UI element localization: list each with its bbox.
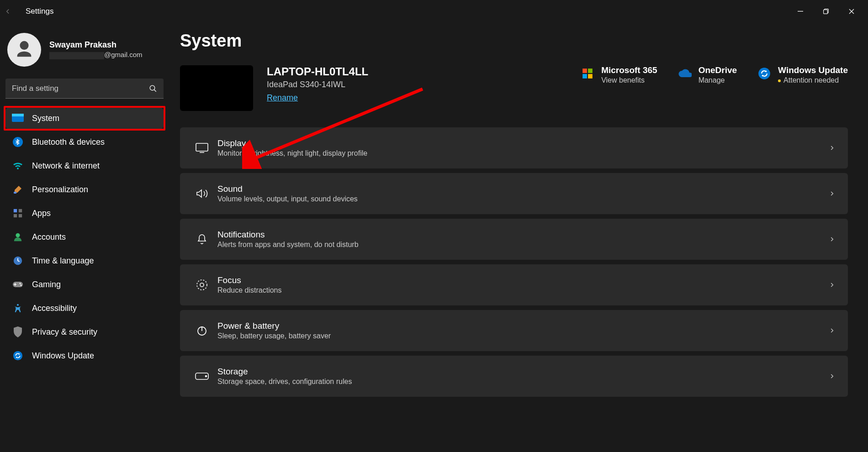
sidebar-item-personalization[interactable]: Personalization — [5, 179, 164, 200]
card-title: Notifications — [217, 230, 829, 240]
maximize-button[interactable] — [813, 2, 839, 21]
card-title: Focus — [217, 275, 829, 285]
window-title: Settings — [24, 7, 53, 16]
svg-rect-8 — [14, 209, 17, 212]
svg-rect-20 — [588, 68, 593, 73]
sidebar-item-label: Personalization — [32, 185, 88, 194]
svg-rect-24 — [196, 143, 208, 151]
device-thumbnail — [180, 65, 253, 111]
sidebar-item-accessibility[interactable]: Accessibility — [5, 298, 164, 319]
quick-link-title: Microsoft 365 — [601, 65, 657, 75]
svg-point-26 — [200, 283, 204, 287]
card-title: Sound — [217, 184, 829, 194]
quick-links: Microsoft 365 View benefits OneDrive Man… — [580, 65, 848, 84]
chevron-right-icon — [829, 373, 835, 379]
sidebar-nav: System Bluetooth & devices Network & int… — [5, 108, 164, 366]
svg-point-17 — [17, 304, 19, 306]
shield-icon — [12, 326, 24, 338]
bluetooth-icon — [12, 136, 24, 148]
sidebar: Swayam Prakash @gmail.com System — [0, 23, 169, 452]
svg-point-12 — [16, 233, 20, 237]
card-sub: Reduce distractions — [217, 286, 829, 294]
onedrive-icon — [677, 66, 692, 81]
system-icon — [12, 112, 24, 124]
svg-point-23 — [758, 68, 770, 79]
quick-link-title: OneDrive — [699, 65, 737, 75]
card-storage[interactable]: Storage Storage space, drives, configura… — [180, 356, 848, 397]
quick-link-title: Windows Update — [778, 65, 848, 75]
search-icon — [149, 84, 157, 93]
profile-block[interactable]: Swayam Prakash @gmail.com — [5, 30, 164, 77]
svg-rect-22 — [588, 74, 593, 79]
search-input[interactable] — [12, 84, 143, 93]
chevron-right-icon — [829, 282, 835, 288]
svg-rect-9 — [19, 209, 22, 212]
apps-icon — [12, 207, 24, 219]
device-model: IdeaPad S340-14IWL — [267, 80, 368, 89]
sidebar-item-apps[interactable]: Apps — [5, 203, 164, 224]
bell-icon — [191, 233, 213, 245]
svg-rect-10 — [14, 214, 17, 217]
windows-update-icon — [757, 66, 772, 81]
quick-link-sub: View benefits — [601, 76, 657, 84]
wifi-icon — [12, 160, 24, 172]
sidebar-item-label: Windows Update — [32, 351, 94, 361]
sidebar-item-gaming[interactable]: Gaming — [5, 274, 164, 295]
sidebar-item-bluetooth[interactable]: Bluetooth & devices — [5, 131, 164, 152]
svg-rect-0 — [798, 11, 803, 11]
card-sub: Volume levels, output, input, sound devi… — [217, 195, 829, 203]
rename-link[interactable]: Rename — [267, 93, 298, 103]
card-power[interactable]: Power & battery Sleep, battery usage, ba… — [180, 310, 848, 351]
m365-icon — [580, 66, 595, 81]
update-icon — [12, 350, 24, 362]
title-bar: Settings — [0, 0, 868, 23]
card-sound[interactable]: Sound Volume levels, output, input, soun… — [180, 173, 848, 214]
profile-email: @gmail.com — [49, 51, 143, 59]
chevron-right-icon — [829, 190, 835, 197]
chevron-right-icon — [829, 145, 835, 151]
display-icon — [191, 143, 213, 153]
sidebar-item-accounts[interactable]: Accounts — [5, 226, 164, 247]
svg-rect-21 — [582, 74, 587, 79]
quick-link-m365[interactable]: Microsoft 365 View benefits — [580, 65, 657, 84]
card-title: Display — [217, 138, 829, 148]
svg-point-25 — [197, 280, 207, 290]
chevron-right-icon — [829, 327, 835, 334]
sidebar-item-network[interactable]: Network & internet — [5, 155, 164, 176]
svg-point-15 — [20, 283, 21, 284]
avatar — [7, 33, 41, 67]
content-area: System LAPTOP-HL0TL4LL IdeaPad S340-14IW… — [169, 23, 868, 452]
quick-link-windows-update[interactable]: Windows Update Attention needed — [757, 65, 848, 84]
card-sub: Sleep, battery usage, battery saver — [217, 332, 829, 340]
chevron-right-icon — [829, 236, 835, 242]
sidebar-item-label: Network & internet — [32, 161, 100, 171]
quick-link-onedrive[interactable]: OneDrive Manage — [677, 65, 737, 84]
svg-point-18 — [13, 351, 22, 360]
sidebar-item-label: Accounts — [32, 232, 66, 242]
sidebar-item-label: Accessibility — [32, 304, 77, 313]
sidebar-item-windows-update[interactable]: Windows Update — [5, 345, 164, 366]
sidebar-item-time[interactable]: Time & language — [5, 250, 164, 271]
close-button[interactable] — [839, 2, 864, 21]
card-focus[interactable]: Focus Reduce distractions — [180, 264, 848, 305]
card-display[interactable]: Display Monitors, brightness, night ligh… — [180, 127, 848, 168]
quick-link-sub: Attention needed — [778, 76, 848, 84]
accessibility-icon — [12, 302, 24, 314]
device-header: LAPTOP-HL0TL4LL IdeaPad S340-14IWL Renam… — [180, 65, 848, 111]
card-sub: Storage space, drives, configuration rul… — [217, 378, 829, 386]
card-title: Storage — [217, 367, 829, 377]
minimize-button[interactable] — [788, 2, 813, 21]
card-notifications[interactable]: Notifications Alerts from apps and syste… — [180, 219, 848, 260]
back-button — [4, 7, 24, 16]
svg-rect-7 — [14, 192, 16, 194]
clock-icon — [12, 255, 24, 267]
sidebar-item-system[interactable]: System — [5, 108, 164, 129]
sidebar-item-label: Gaming — [32, 280, 61, 289]
sound-icon — [191, 188, 213, 199]
power-icon — [191, 325, 213, 336]
search-input-wrap[interactable] — [5, 79, 164, 99]
sidebar-item-label: System — [32, 114, 59, 123]
quick-link-sub: Manage — [699, 76, 737, 84]
focus-icon — [191, 279, 213, 291]
sidebar-item-privacy[interactable]: Privacy & security — [5, 321, 164, 342]
